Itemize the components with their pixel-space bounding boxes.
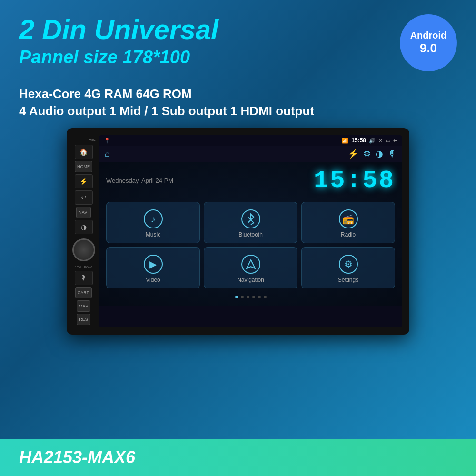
battery-icon: ▭	[386, 138, 390, 144]
vol-pow-row: VOL POW	[70, 266, 97, 269]
dot-1[interactable]	[235, 296, 238, 298]
navigation-icon	[241, 255, 260, 274]
volume-knob[interactable]	[72, 238, 95, 261]
bluetooth-icon	[241, 209, 260, 228]
status-bar: 📍 📶 15:58 🔊 ✕ ▭ ↩	[99, 135, 402, 146]
screen: 📍 📶 15:58 🔊 ✕ ▭ ↩ ⌂ ⚡ ⚙	[99, 135, 402, 327]
settings-nav-icon[interactable]: ⚙	[363, 149, 371, 159]
map-btn[interactable]: MAP	[77, 300, 91, 312]
home-icon-btn[interactable]: 🏠	[75, 145, 93, 159]
back-icon-btn[interactable]: ↩	[75, 190, 93, 205]
spec-line-2: 4 Audio output 1 Mid / 1 Sub output 1 HD…	[19, 104, 457, 119]
video-label: Video	[146, 277, 160, 283]
specs-section: Hexa-Core 4G RAM 64G ROM 4 Audio output …	[19, 87, 457, 119]
mic-nav-icon[interactable]: 🎙	[388, 149, 397, 159]
brightness-icon-btn[interactable]: ◑	[75, 220, 93, 234]
title-area: 2 Din Universal Pannel size 178*100	[19, 14, 390, 68]
vol-label: VOL	[75, 266, 82, 269]
app-tile-bluetooth[interactable]: Bluetooth	[204, 202, 298, 243]
date-text: Wednesday, April 24 PM	[106, 177, 173, 184]
status-time: 15:58	[351, 137, 366, 144]
app-tile-radio[interactable]: 📻 Radio	[301, 202, 395, 243]
divider	[19, 79, 457, 79]
settings-label: Settings	[338, 277, 358, 283]
app-tile-settings[interactable]: ⚙ Settings	[301, 247, 395, 288]
screen-content: Wednesday, April 24 PM 15:58 ♪ Music	[99, 162, 402, 306]
device-wrapper: MIC 🏠 HOME ⚡ ↩ NAVI ◑ VOL POW 🎙 CARD MAP…	[19, 128, 457, 335]
video-icon: ▶	[144, 255, 163, 274]
main-container: 2 Din Universal Pannel size 178*100 Andr…	[0, 0, 476, 476]
digital-clock: 15:58	[314, 167, 395, 195]
bluetooth-label: Bluetooth	[238, 231, 263, 238]
equalizer-nav-icon[interactable]: ⚡	[348, 149, 358, 159]
home-screen-icon[interactable]: ⌂	[105, 149, 110, 159]
car-stereo-device: MIC 🏠 HOME ⚡ ↩ NAVI ◑ VOL POW 🎙 CARD MAP…	[67, 128, 409, 335]
spec-line-1: Hexa-Core 4G RAM 64G ROM	[19, 87, 457, 101]
top-section: 2 Din Universal Pannel size 178*100 Andr…	[19, 14, 457, 71]
navigation-label: Navigation	[237, 277, 264, 283]
app-tile-music[interactable]: ♪ Music	[106, 202, 200, 243]
android-version: 9.0	[420, 41, 437, 56]
subtitle: Pannel size 178*100	[19, 47, 390, 68]
main-title: 2 Din Universal	[19, 14, 390, 45]
mic-label: MIC	[89, 138, 96, 142]
status-location-icon: 📍	[104, 138, 110, 144]
res-btn[interactable]: RES	[77, 314, 90, 325]
music-icon: ♪	[144, 209, 163, 228]
datetime-section: Wednesday, April 24 PM 15:58	[106, 167, 395, 195]
wifi-icon: 📶	[342, 138, 348, 144]
music-label: Music	[146, 231, 160, 238]
app-grid: ♪ Music Bluetooth 📻	[106, 202, 395, 288]
app-tile-navigation[interactable]: Navigation	[204, 247, 298, 288]
pagination-dots	[106, 293, 395, 301]
close-icon: ✕	[378, 138, 383, 144]
android-label: Android	[410, 30, 447, 41]
equalizer-icon-btn[interactable]: ⚡	[75, 174, 93, 188]
android-badge: Android 9.0	[400, 14, 457, 71]
navi-btn[interactable]: NAVI	[76, 207, 90, 218]
nav-icons-right: ⚡ ⚙ ◑ 🎙	[348, 149, 397, 159]
volume-icon: 🔊	[369, 138, 376, 144]
dot-6[interactable]	[264, 296, 267, 298]
dot-2[interactable]	[241, 296, 244, 298]
left-panel: MIC 🏠 HOME ⚡ ↩ NAVI ◑ VOL POW 🎙 CARD MAP…	[67, 135, 99, 327]
pow-label: POW	[84, 266, 92, 269]
nav-bar: ⌂ ⚡ ⚙ ◑ 🎙	[99, 146, 402, 162]
radio-icon: 📻	[339, 209, 358, 228]
app-tile-video[interactable]: ▶ Video	[106, 247, 200, 288]
mic-icon-btn[interactable]: 🎙	[75, 271, 93, 285]
back-nav-icon[interactable]: ↩	[393, 138, 397, 144]
card-btn[interactable]: CARD	[75, 287, 92, 298]
settings-icon: ⚙	[339, 255, 358, 274]
status-right: 📶 15:58 🔊 ✕ ▭ ↩	[342, 137, 397, 144]
dot-3[interactable]	[247, 296, 249, 298]
dot-4[interactable]	[252, 296, 255, 298]
contrast-nav-icon[interactable]: ◑	[376, 149, 383, 159]
home-btn[interactable]: HOME	[75, 161, 92, 172]
dot-5[interactable]	[258, 296, 261, 298]
radio-label: Radio	[341, 231, 356, 238]
